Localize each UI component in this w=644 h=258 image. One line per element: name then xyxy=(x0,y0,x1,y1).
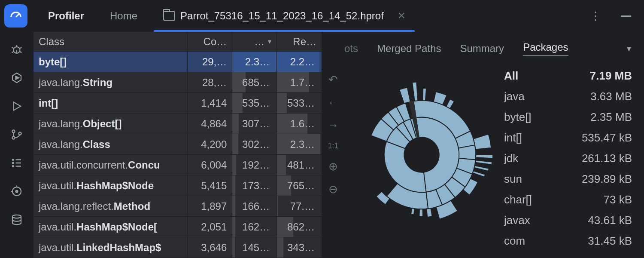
legend-name: jdk xyxy=(504,152,518,165)
database-icon[interactable] xyxy=(10,213,23,226)
col-count[interactable]: Co… xyxy=(188,32,232,51)
legend-size: 2.35 MB xyxy=(590,111,632,124)
cell-retained: 343… xyxy=(277,237,322,258)
svg-point-4 xyxy=(12,130,15,132)
legend-name: javax xyxy=(504,214,530,227)
legend-name: byte[] xyxy=(504,111,532,124)
svg-point-7 xyxy=(12,159,14,160)
table-header: Class Co… … ▾ Re… xyxy=(33,32,322,52)
chevron-down-icon[interactable]: ▾ xyxy=(627,43,631,54)
activity-bar xyxy=(0,32,33,258)
legend-size: 261.13 kB xyxy=(582,152,632,165)
zoom-out-icon[interactable]: ⊖ xyxy=(328,183,338,196)
table-row[interactable]: java.lang.String28,…685…1.7… xyxy=(33,72,322,93)
legend-row[interactable]: All7.19 MB xyxy=(504,65,632,86)
cell-retained: 77.… xyxy=(277,196,322,216)
col-shallow[interactable]: … ▾ xyxy=(232,32,277,51)
tab-home[interactable]: Home xyxy=(97,0,150,32)
close-icon[interactable]: ✕ xyxy=(398,10,405,22)
folder-icon xyxy=(163,11,175,21)
ratio-button[interactable]: 1:1 xyxy=(328,141,338,150)
svg-point-5 xyxy=(12,136,15,139)
list-icon[interactable] xyxy=(10,157,23,169)
table-row[interactable]: java.util.LinkedHashMap$3,646145…343… xyxy=(33,237,322,258)
cell-shallow: 166… xyxy=(232,196,277,216)
cell-retained: 1.6… xyxy=(277,114,322,134)
legend-size: 73 kB xyxy=(604,193,632,206)
cell-class: java.lang.String xyxy=(33,72,188,92)
title-tabs: Profiler Home Parrot_75316_15_11_2023_16… xyxy=(35,0,418,32)
cell-class: java.util.concurrent.Concu xyxy=(33,155,188,175)
cell-count: 4,200 xyxy=(188,134,232,154)
arrow-left-icon[interactable]: ← xyxy=(328,96,339,109)
cell-class: java.lang.reflect.Method xyxy=(33,196,188,216)
table-body: byte[]29,…2.3…2.2…java.lang.String28,…68… xyxy=(33,52,322,258)
cell-count: 5,415 xyxy=(188,175,232,196)
cell-count: 1,897 xyxy=(188,196,232,216)
arrow-right-icon[interactable]: → xyxy=(328,119,339,132)
sunburst-chart[interactable] xyxy=(344,65,499,258)
table-row[interactable]: java.util.concurrent.Concu6,004192…481… xyxy=(33,155,322,175)
legend-size: 3.63 MB xyxy=(590,90,632,103)
package-legend: All7.19 MBjava3.63 MBbyte[]2.35 MBint[]5… xyxy=(499,65,644,258)
cell-count: 29,… xyxy=(188,52,232,72)
tab-merged-paths[interactable]: Merged Paths xyxy=(377,43,441,55)
legend-row[interactable]: jdk261.13 kB xyxy=(504,148,632,169)
table-row[interactable]: byte[]29,…2.3…2.2… xyxy=(33,52,322,72)
tab-file-label: Parrot_75316_15_11_2023_16_14_52.hprof xyxy=(180,10,384,22)
cell-shallow: 302… xyxy=(232,134,277,154)
undo-icon[interactable]: ↶ xyxy=(328,73,338,86)
right-tabs: ots Merged Paths Summary Packages ▾ xyxy=(344,32,644,65)
cell-retained: 1.7… xyxy=(277,72,322,92)
table-row[interactable]: java.lang.Object[]4,864307…1.6… xyxy=(33,114,322,134)
svg-marker-2 xyxy=(16,76,19,80)
svg-point-6 xyxy=(18,132,21,135)
legend-row[interactable]: byte[]2.35 MB xyxy=(504,107,632,127)
table-row[interactable]: int[]1,414535…533… xyxy=(33,93,322,114)
svg-point-15 xyxy=(12,215,21,218)
tab-roots-partial[interactable]: ots xyxy=(344,43,358,55)
bug-icon[interactable] xyxy=(10,43,23,56)
table-row[interactable]: java.lang.reflect.Method1,897166…77.… xyxy=(33,196,322,217)
cell-class: int[] xyxy=(33,93,188,113)
app-badge[interactable] xyxy=(4,4,27,28)
cell-class: java.util.HashMap$Node xyxy=(33,175,188,196)
more-icon[interactable]: ⋮ xyxy=(581,9,610,23)
legend-row[interactable]: char[]73 kB xyxy=(504,189,632,210)
tab-profiler[interactable]: Profiler xyxy=(35,0,97,32)
tab-summary[interactable]: Summary xyxy=(460,43,504,55)
cell-count: 4,864 xyxy=(188,114,232,134)
legend-name: com xyxy=(504,234,525,248)
target-icon[interactable] xyxy=(10,185,23,198)
cell-shallow: 685… xyxy=(232,72,277,92)
legend-size: 7.19 MB xyxy=(590,69,632,83)
hexagon-play-icon[interactable] xyxy=(10,71,23,84)
legend-row[interactable]: int[]535.47 kB xyxy=(504,127,632,148)
tab-hprof-file[interactable]: Parrot_75316_15_11_2023_16_14_52.hprof ✕ xyxy=(150,0,418,32)
legend-row[interactable]: javax43.61 kB xyxy=(504,210,632,230)
cell-count: 28,… xyxy=(188,72,232,92)
legend-row[interactable]: com31.45 kB xyxy=(504,230,632,251)
legend-name: int[] xyxy=(504,131,522,144)
minimize-icon[interactable] xyxy=(621,15,631,17)
git-branch-icon[interactable] xyxy=(10,128,23,141)
table-row[interactable]: java.util.HashMap$Node[2,051162…862… xyxy=(33,217,322,237)
col-class[interactable]: Class xyxy=(33,32,188,51)
col-retained[interactable]: Re… xyxy=(277,32,322,51)
legend-row[interactable]: sun239.89 kB xyxy=(504,169,632,189)
cell-shallow: 173… xyxy=(232,175,277,196)
table-row[interactable]: java.lang.Class4,200302…2.3… xyxy=(33,134,322,155)
play-icon[interactable] xyxy=(10,100,23,113)
legend-size: 43.61 kB xyxy=(588,214,632,227)
legend-row[interactable]: java3.63 MB xyxy=(504,86,632,107)
legend-name: All xyxy=(504,69,518,83)
cell-class: byte[] xyxy=(33,52,188,72)
cell-class: java.lang.Object[] xyxy=(33,114,188,134)
tab-packages[interactable]: Packages xyxy=(523,41,568,56)
cell-shallow: 145… xyxy=(232,237,277,258)
zoom-in-icon[interactable]: ⊕ xyxy=(328,160,338,173)
right-panel: ots Merged Paths Summary Packages ▾ All7… xyxy=(344,32,644,258)
svg-point-8 xyxy=(12,163,14,164)
right-body: All7.19 MBjava3.63 MBbyte[]2.35 MBint[]5… xyxy=(344,65,644,258)
table-row[interactable]: java.util.HashMap$Node5,415173…765… xyxy=(33,175,322,196)
